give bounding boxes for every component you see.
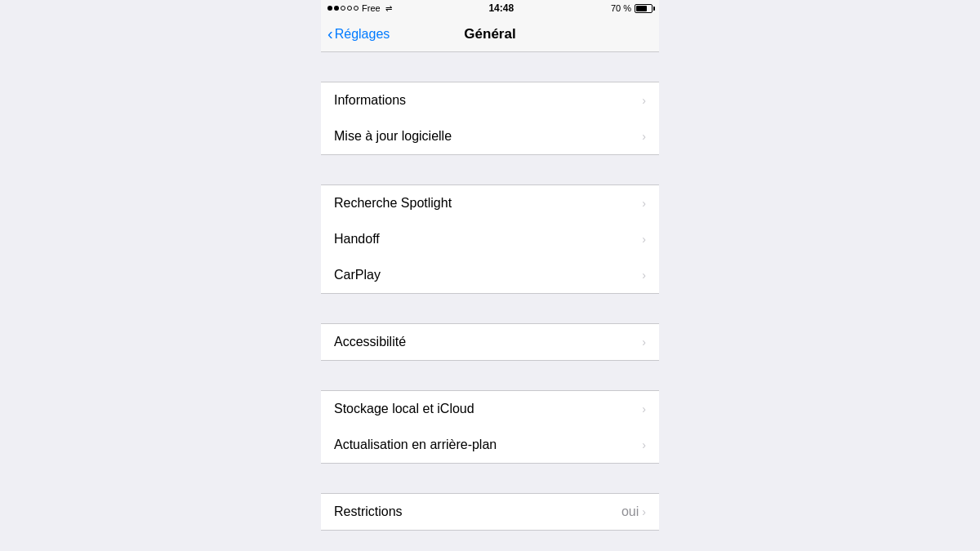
row-informations[interactable]: Informations › (321, 82, 659, 118)
settings-content: Informations › Mise à jour logicielle › … (321, 52, 659, 551)
signal-dots (327, 6, 359, 11)
restrictions-value: oui (621, 504, 639, 519)
row-right-accessibilite: › (642, 335, 646, 349)
chevron-right-icon: › (642, 335, 646, 349)
row-label-stockage: Stockage local et iCloud (334, 402, 474, 416)
row-right-spotlight: › (642, 197, 646, 210)
row-right-actualisation: › (642, 438, 646, 451)
nav-bar: ‹ Réglages Général (321, 16, 659, 52)
signal-dot-4 (347, 6, 352, 11)
row-right-stockage: › (642, 402, 646, 415)
row-label-accessibilite: Accessibilité (334, 335, 406, 349)
battery-fill (636, 6, 647, 11)
back-button[interactable]: ‹ Réglages (327, 26, 390, 42)
row-label-carplay: CarPlay (334, 268, 381, 282)
status-time: 14:48 (488, 2, 514, 14)
row-spotlight[interactable]: Recherche Spotlight › (321, 185, 659, 221)
battery-icon (635, 4, 653, 13)
row-label-actualisation: Actualisation en arrière-plan (334, 438, 497, 452)
row-label-handoff: Handoff (334, 232, 380, 247)
chevron-right-icon: › (642, 505, 646, 518)
signal-dot-1 (327, 6, 332, 11)
chevron-right-icon: › (642, 197, 646, 210)
settings-group-2: Recherche Spotlight › Handoff › CarPlay … (321, 184, 659, 294)
row-mise-a-jour[interactable]: Mise à jour logicielle › (321, 118, 659, 154)
settings-group-5: Restrictions oui › (321, 493, 659, 531)
status-right: 70 % (611, 3, 653, 13)
row-label-restrictions: Restrictions (334, 504, 403, 519)
row-handoff[interactable]: Handoff › (321, 221, 659, 257)
chevron-right-icon: › (642, 402, 646, 415)
settings-group-3: Accessibilité › (321, 323, 659, 361)
row-actualisation[interactable]: Actualisation en arrière-plan › (321, 427, 659, 463)
row-right-handoff: › (642, 233, 646, 246)
settings-group-1: Informations › Mise à jour logicielle › (321, 82, 659, 155)
wifi-icon: ⇌ (385, 4, 392, 13)
battery-indicator (635, 4, 653, 13)
chevron-right-icon: › (642, 233, 646, 246)
signal-dot-5 (354, 6, 359, 11)
row-stockage[interactable]: Stockage local et iCloud › (321, 391, 659, 427)
signal-dot-2 (334, 6, 339, 11)
row-label-mise-a-jour: Mise à jour logicielle (334, 129, 452, 144)
gap-4 (321, 361, 659, 390)
gap-top (321, 52, 659, 82)
chevron-right-icon: › (642, 269, 646, 282)
row-label-spotlight: Recherche Spotlight (334, 196, 452, 211)
gap-bottom (321, 531, 659, 551)
carrier-label: Free (362, 3, 381, 13)
row-right-informations: › (642, 94, 646, 107)
page-title: Général (464, 26, 515, 42)
chevron-right-icon: › (642, 94, 646, 107)
status-left: Free ⇌ (327, 3, 392, 13)
phone-screen: Free ⇌ 14:48 70 % ‹ Réglages Général Inf… (321, 0, 659, 551)
signal-dot-3 (341, 6, 345, 11)
status-bar: Free ⇌ 14:48 70 % (321, 0, 659, 16)
gap-2 (321, 155, 659, 184)
row-carplay[interactable]: CarPlay › (321, 257, 659, 293)
row-restrictions[interactable]: Restrictions oui › (321, 494, 659, 530)
back-chevron-icon: ‹ (327, 25, 333, 42)
battery-percent-label: 70 % (611, 3, 631, 13)
back-label: Réglages (335, 27, 390, 42)
gap-3 (321, 294, 659, 323)
row-right-mise-a-jour: › (642, 130, 646, 143)
row-right-carplay: › (642, 269, 646, 282)
settings-group-4: Stockage local et iCloud › Actualisation… (321, 390, 659, 464)
row-accessibilite[interactable]: Accessibilité › (321, 324, 659, 360)
gap-5 (321, 464, 659, 493)
chevron-right-icon: › (642, 438, 646, 451)
row-label-informations: Informations (334, 93, 406, 108)
row-right-restrictions: oui › (621, 504, 646, 519)
chevron-right-icon: › (642, 130, 646, 143)
